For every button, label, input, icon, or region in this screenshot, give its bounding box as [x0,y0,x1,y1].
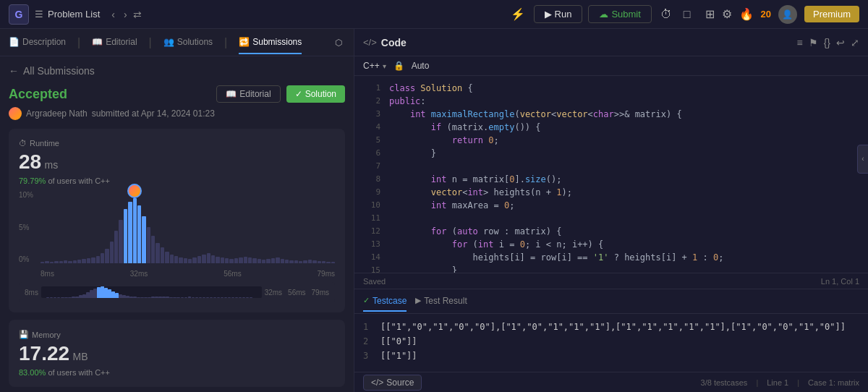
auto-label: Auto [412,61,430,71]
editorial-icon: 📖 [92,37,103,47]
code-panel-wrapper: </> Code ≡ ⚑ {} ↩ ⤢ C++ ▾ 🔒 Auto [354,29,868,289]
chart-y-labels: 10% 5% 0% [19,191,39,263]
code-line: 11 [354,212,868,225]
submit-cloud-icon: ☁ [599,9,608,20]
tab-submissions[interactable]: 🔁 Submissions [239,31,302,54]
code-line: 14 heights[i] = row[i] == '1' ? heights[… [354,251,868,264]
code-line: 12 for (auto row : matrix) { [354,225,868,238]
editorial-button[interactable]: 📖 Editorial [216,85,280,103]
timer-icon[interactable]: ⏱ [658,5,675,24]
code-title: Code [381,37,407,48]
problem-list-link[interactable]: Problem List [48,9,100,20]
submitted-at: submitted at Apr 14, 2024 01:23 [92,108,215,119]
header-actions: 📖 Editorial ✓ Solution [216,85,345,103]
language-selector[interactable]: C++ ▾ [363,61,386,71]
solution-button[interactable]: ✓ Solution [286,85,345,103]
main-content: 📄 Description | 📖 Editorial | 👥 Solution… [0,29,868,392]
code-line: 4 if (matrix.empty()) { [354,121,868,134]
next-problem-button[interactable]: › [121,7,130,22]
nav-right: ⊞ ⚙ 🔥 20 👤 Premium [705,5,859,24]
code-line: 3 int maximalRectangle(vector<vector<cha… [354,108,868,121]
tab-editorial[interactable]: 📖 Editorial [92,31,137,54]
left-tab-bar: 📄 Description | 📖 Editorial | 👥 Solution… [0,29,354,56]
grid-icon[interactable]: ⊞ [705,7,715,21]
lang-label: C++ [363,61,380,71]
runtime-value: 28 ms [19,150,335,174]
submitter-name: Argradeep Nath [26,108,88,119]
source-button[interactable]: </> Source [363,375,422,391]
accepted-title: Accepted [9,87,67,102]
breadcrumb: ☰ Problem List [35,9,100,20]
memory-card: 💾 Memory 17.22 MB 83.00% of users with C… [9,320,345,387]
back-link[interactable]: ← All Submissions [9,65,345,77]
logo[interactable]: G [9,4,29,25]
run-area: ⚡ ▶ Run ☁ Submit ⏱ □ [508,4,694,24]
code-line: 1 class Solution { [354,82,868,95]
nav-arrows: ‹ › ⇄ [109,7,141,22]
accepted-header: Accepted 📖 Editorial ✓ Solution [9,85,345,103]
ln-col: Ln 1, Col 1 [821,277,859,286]
tab-solutions[interactable]: 👥 Solutions [163,31,213,54]
notes-icon[interactable]: □ [681,5,694,24]
run-button[interactable]: ▶ Run [534,5,583,23]
memory-value: 17.22 MB [19,342,335,365]
submitter-info: Argradeep Nath submitted at Apr 14, 2024… [9,107,345,120]
chevron-down-icon: ▾ [383,62,386,70]
run-play-icon: ▶ [545,9,552,20]
clock-icon: ⏱ [19,139,27,148]
chart-bars [41,191,335,263]
debug-icon[interactable]: ⚡ [508,4,528,24]
list-icon[interactable]: ≡ [796,37,802,48]
avatar[interactable]: 👤 [778,5,797,24]
code-line: 10 int maxArea = 0; [354,199,868,212]
bottom-panel: ✓ Testcase ▶ Test Result 1 [["1","0","1"… [354,289,868,392]
collapse-right-button[interactable]: ‹ [857,145,868,174]
editorial-btn-icon: 📖 [226,89,237,99]
test-result-arrow-icon: ▶ [415,296,421,305]
code-icon: </> [363,37,377,48]
status-case: Case 1: matrix [808,378,859,387]
right-panel: </> Code ≡ ⚑ {} ↩ ⤢ C++ ▾ 🔒 Auto [354,29,868,392]
code-editor[interactable]: 1 class Solution { 2 public: 3 int maxim… [354,76,868,273]
solution-btn-icon: ✓ [295,89,302,99]
settings-icon[interactable]: ⚙ [722,7,732,21]
runtime-beats: 79.79% of users with C++ [19,176,335,185]
memory-beats-percent: 83.00% [19,368,46,377]
beats-percent: 79.79% [19,176,46,185]
fullscreen-icon[interactable]: ⤢ [851,37,859,48]
bottom-status: </> Source 3/8 testcases | Line 1 | Case… [354,372,868,392]
prev-problem-button[interactable]: ‹ [109,7,118,22]
code-line: 13 for (int i = 0; i < n; i++) { [354,238,868,251]
memory-label: 💾 Memory [19,330,335,339]
code-header: </> Code ≡ ⚑ {} ↩ ⤢ [354,29,868,56]
code-line: 15 } [354,264,868,273]
editor-status: Saved Ln 1, Col 1 [354,273,868,289]
memory-icon: 💾 [19,330,29,339]
shuffle-button[interactable]: ⇄ [133,7,142,22]
tab-testcase[interactable]: ✓ Testcase [363,291,407,312]
lang-bar: C++ ▾ 🔒 Auto [354,56,868,76]
submitter-avatar [9,107,22,120]
code-line: 6 } [354,147,868,160]
memory-beats: 83.00% of users with C++ [19,368,335,377]
submissions-content: ← All Submissions Accepted 📖 Editorial ✓… [0,56,354,392]
undo-icon[interactable]: ↩ [836,37,845,48]
submit-button[interactable]: ☁ Submit [588,5,651,23]
minimap: 8ms 32ms 56ms 79ms [19,282,335,302]
status-line: Line 1 [767,378,788,387]
status-testcases: 3/8 testcases [701,378,748,387]
runtime-label: ⏱ Runtime [19,139,335,148]
fire-count: 20 [761,9,771,20]
tab-description[interactable]: 📄 Description [9,31,66,54]
code-line: 8 int n = matrix[0].size(); [354,173,868,186]
premium-button[interactable]: Premium [804,6,859,22]
code-header-actions: ≡ ⚑ {} ↩ ⤢ [796,37,859,48]
code-line: 2 public: [354,95,868,108]
bookmark-icon[interactable]: ⚑ [809,37,818,48]
tab-test-result[interactable]: ▶ Test Result [415,291,467,312]
expand-icon[interactable]: ⬡ [332,35,345,51]
braces-icon[interactable]: {} [824,37,830,48]
testcase-line-1: 1 [["1","0","1","0","0"],["1","0","1","1… [363,320,859,334]
runtime-chart: 10% 5% 0% 8ms 32ms 56ms 79ms [19,191,335,278]
testcase-line-3: 3 [["1"]] [363,349,859,363]
